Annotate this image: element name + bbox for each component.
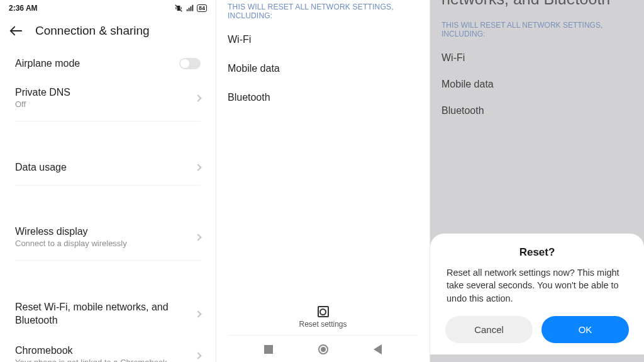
- reset-item-mobiledata: Mobile data: [216, 54, 430, 83]
- ok-button[interactable]: OK: [541, 316, 629, 343]
- header: Connection & sharing: [0, 14, 216, 49]
- private-dns-label: Private DNS: [15, 87, 196, 98]
- dimmed-background: networks, and Bluetooth THIS WILL RESET …: [430, 0, 644, 354]
- chevron-right-icon: [194, 94, 201, 101]
- airplane-mode-row[interactable]: Airplane mode: [0, 49, 216, 78]
- airplane-mode-label: Airplane mode: [15, 58, 179, 69]
- reset-networks-row[interactable]: Reset Wi-Fi, mobile networks, and Blueto…: [0, 292, 216, 336]
- svg-rect-1: [187, 9, 188, 11]
- back-icon[interactable]: [9, 25, 23, 37]
- dialog-title: Reset?: [441, 246, 633, 259]
- chevron-right-icon: [194, 310, 201, 317]
- page-title: Connection & sharing: [35, 24, 150, 38]
- reset-section-header: THIS WILL RESET ALL NETWORK SETTINGS, IN…: [430, 18, 644, 43]
- reset-item-bluetooth: Bluetooth: [216, 83, 430, 112]
- page-title-partial: networks, and Bluetooth: [430, 0, 644, 13]
- reset-icon: [318, 306, 329, 317]
- private-dns-row[interactable]: Private DNS Off: [0, 78, 216, 118]
- data-usage-row[interactable]: Data usage: [0, 153, 216, 182]
- wireless-display-sub: Connect to a display wirelessly: [15, 239, 196, 248]
- reset-confirm-dialog-screen: networks, and Bluetooth THIS WILL RESET …: [430, 0, 644, 362]
- chevron-right-icon: [194, 352, 201, 359]
- android-nav-bar: [216, 339, 430, 362]
- reset-networks-label: Reset Wi-Fi, mobile networks, and Blueto…: [15, 301, 196, 327]
- status-bar: 2:36 AM 84: [0, 0, 216, 14]
- reset-item-mobiledata: Mobile data: [430, 71, 644, 98]
- airplane-mode-toggle[interactable]: [179, 58, 201, 69]
- chevron-right-icon: [194, 164, 201, 171]
- wireless-display-label: Wireless display: [15, 226, 196, 237]
- reset-confirm-dialog: Reset? Reset all network settings now? T…: [430, 234, 644, 354]
- cancel-button[interactable]: Cancel: [445, 316, 533, 343]
- status-time: 2:36 AM: [9, 4, 38, 13]
- chromebook-row[interactable]: Chromebook Your phone is not linked to a…: [0, 336, 216, 362]
- nav-home-icon[interactable]: [318, 344, 328, 354]
- private-dns-sub: Off: [15, 99, 196, 109]
- svg-rect-4: [192, 5, 193, 11]
- bottom-strip: [430, 354, 644, 362]
- dialog-buttons: Cancel OK: [441, 316, 633, 343]
- signal-icon: [186, 4, 194, 13]
- chromebook-label: Chromebook: [15, 345, 196, 356]
- dialog-message: Reset all network settings now? This mig…: [441, 266, 633, 305]
- reset-networks-detail-screen: THIS WILL RESET ALL NETWORK SETTINGS, IN…: [216, 0, 430, 362]
- chevron-right-icon: [194, 234, 201, 240]
- nav-back-icon[interactable]: [374, 344, 382, 354]
- settings-connection-sharing-screen: 2:36 AM 84 Connection & sharing Airplane…: [0, 0, 216, 362]
- reset-settings-button[interactable]: Reset settings: [216, 302, 430, 334]
- nav-recent-icon[interactable]: [264, 345, 273, 354]
- battery-icon: 84: [197, 4, 207, 12]
- reset-item-wifi: Wi-Fi: [430, 45, 644, 71]
- data-usage-label: Data usage: [15, 162, 196, 173]
- vibrate-off-icon: [174, 4, 183, 13]
- svg-rect-2: [189, 8, 190, 11]
- reset-item-bluetooth: Bluetooth: [430, 98, 644, 124]
- reset-settings-label: Reset settings: [299, 320, 347, 329]
- wireless-display-row[interactable]: Wireless display Connect to a display wi…: [0, 217, 216, 257]
- reset-section-header: THIS WILL RESET ALL NETWORK SETTINGS, IN…: [216, 0, 430, 25]
- reset-item-wifi: Wi-Fi: [216, 25, 430, 54]
- divider: [228, 335, 418, 336]
- status-right: 84: [174, 4, 207, 13]
- chromebook-sub: Your phone is not linked to a Chromebook: [15, 358, 196, 362]
- svg-rect-3: [191, 6, 192, 11]
